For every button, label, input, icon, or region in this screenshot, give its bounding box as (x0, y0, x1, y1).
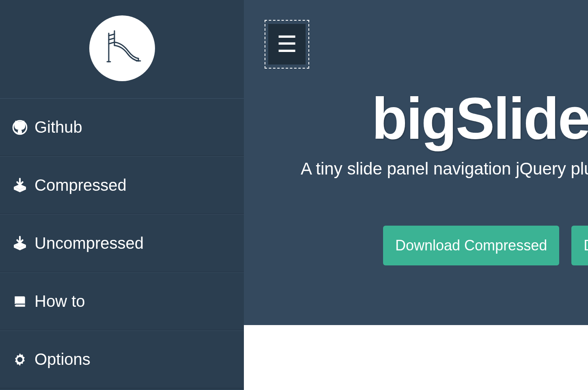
sidebar-item-options[interactable]: Options (0, 330, 244, 388)
book-icon (11, 293, 28, 310)
download-uncompressed-button[interactable]: Download Uncompressed (571, 226, 588, 265)
sidebar-item-label: Github (34, 118, 82, 136)
sidebar-item-github[interactable]: Github (0, 98, 244, 156)
sidebar: Github Compressed Uncompressed (0, 0, 244, 390)
github-icon (11, 119, 28, 136)
hamburger-icon: ☰ (277, 33, 297, 56)
menu-button-frame: ☰ (265, 20, 309, 69)
main-hero: ☰ bigSlide A tiny slide panel navigation… (244, 0, 588, 325)
gear-icon (11, 351, 28, 368)
download-buttons: Download Compressed Download Uncompresse… (383, 226, 588, 265)
page-subtitle: A tiny slide panel navigation jQuery plu… (301, 159, 588, 179)
svg-point-1 (18, 358, 22, 362)
logo-container (0, 0, 244, 98)
download-compressed-button[interactable]: Download Compressed (383, 226, 559, 265)
page-title: bigSlide (372, 85, 588, 153)
sidebar-item-label: How to (34, 292, 85, 310)
download-icon (11, 235, 28, 252)
slide-icon (100, 26, 144, 71)
sidebar-item-label: Compressed (34, 176, 127, 194)
sidebar-item-label: Options (34, 350, 90, 368)
content-area (244, 325, 588, 390)
download-icon (11, 177, 28, 194)
slide-logo (89, 15, 155, 81)
sidebar-item-howto[interactable]: How to (0, 272, 244, 330)
menu-button[interactable]: ☰ (268, 24, 306, 65)
sidebar-item-compressed[interactable]: Compressed (0, 156, 244, 214)
sidebar-item-label: Uncompressed (34, 234, 144, 252)
sidebar-item-uncompressed[interactable]: Uncompressed (0, 214, 244, 272)
